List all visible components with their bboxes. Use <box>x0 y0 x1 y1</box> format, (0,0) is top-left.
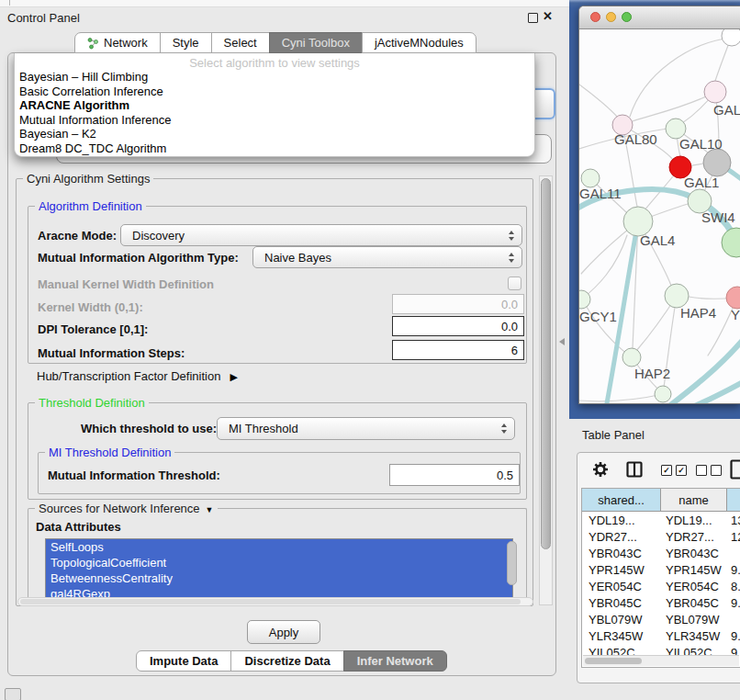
table-row[interactable]: YBR045CYBR045C9. <box>582 594 740 611</box>
cyni-algorithm-settings-group: Cyni Algorithm Settings Algorithm Defini… <box>16 178 533 606</box>
close-traffic-light[interactable] <box>590 12 600 22</box>
table-row[interactable]: YBL079WYBL079W <box>582 611 740 627</box>
mi-steps-input[interactable] <box>392 340 524 360</box>
data-attribute-selfloops[interactable]: SelfLoops <box>46 539 512 555</box>
node-label-gal4: GAL4 <box>640 232 675 248</box>
network-node-gray-node[interactable] <box>703 149 731 176</box>
algorithm-option-dream8-dc-tdc-algorithm[interactable]: Dream8 DC_TDC Algorithm <box>15 141 534 156</box>
tab-network[interactable]: Network <box>74 32 161 53</box>
settings-horizontal-scrollbar[interactable] <box>17 597 533 606</box>
control-panel-body: gal-filtered.sif default node Select alg… <box>7 52 556 676</box>
network-node-node-b[interactable] <box>655 386 671 402</box>
node-label-gal: GAL <box>713 102 740 118</box>
network-node-y[interactable] <box>726 287 740 309</box>
algorithm-option-mutual-information-inference[interactable]: Mutual Information Inference <box>15 113 534 128</box>
network-node-hap2[interactable] <box>622 348 641 367</box>
table-horizontal-scrollbar[interactable] <box>583 655 739 666</box>
column-layout-icon[interactable] <box>626 461 643 478</box>
node-label-gal80: GAL80 <box>614 131 657 147</box>
network-node-gal11[interactable] <box>581 169 600 187</box>
network-edge <box>579 85 618 118</box>
cell: YLR345W <box>661 629 727 643</box>
table-row[interactable]: YDL19...YDL19...13 <box>582 512 740 528</box>
tab-infer-network[interactable]: Infer Network <box>343 650 447 672</box>
network-icon <box>87 37 99 50</box>
table-row[interactable]: YLR345WYLR345W9. <box>582 627 740 644</box>
list-scrollbar-thumb[interactable] <box>507 541 517 585</box>
table-row[interactable]: YDR27...YDR27...12 <box>582 528 740 545</box>
tab-style[interactable]: Style <box>160 32 212 53</box>
stepper-icon <box>501 423 507 434</box>
window-titlebar[interactable] <box>579 6 740 29</box>
cell: 8. <box>727 580 740 593</box>
hide-columns-icon[interactable] <box>696 465 722 476</box>
tab-select[interactable]: Select <box>211 32 270 53</box>
data-attributes-list[interactable]: SelfLoopsTopologicalCoefficientBetweenne… <box>45 538 513 603</box>
aracne-mode-label: Aracne Mode: <box>38 229 117 243</box>
table-function-icon[interactable] <box>730 459 740 480</box>
cell: YDR27... <box>582 530 661 544</box>
aracne-mode-combo[interactable]: Discovery <box>120 224 522 246</box>
dpi-tolerance-input[interactable] <box>392 316 524 336</box>
table-header-row: shared...name <box>582 489 740 512</box>
cell: YDL19... <box>582 514 661 527</box>
table-row[interactable]: YBR043CYBR043C <box>582 545 740 561</box>
cell: 13 <box>727 514 740 527</box>
algorithm-option-list: Bayesian – Hill ClimbingBasic Correlatio… <box>15 70 534 155</box>
close-icon[interactable]: ✕ <box>543 9 553 23</box>
manual-kernel-checkbox[interactable] <box>508 277 521 290</box>
panel-splitter-handle[interactable] <box>555 338 565 345</box>
mi-algorithm-type-combo[interactable]: Naive Bayes <box>252 246 522 268</box>
algorithm-option-aracne-algorithm[interactable]: ARACNE Algorithm <box>15 98 534 113</box>
network-edge <box>579 394 663 401</box>
column-header-attr[interactable] <box>727 489 740 511</box>
column-header-name[interactable]: name <box>661 489 727 511</box>
node-label-gcy1: GCY1 <box>579 309 617 324</box>
settings-vertical-scrollbar[interactable] <box>539 175 553 605</box>
cell: YPR145W <box>582 563 661 577</box>
network-edge <box>581 235 627 299</box>
scrollbar-thumb[interactable] <box>20 599 521 604</box>
tab-discretize-data[interactable]: Discretize Data <box>230 650 343 672</box>
float-window-icon[interactable] <box>528 13 538 23</box>
dpi-tolerance-label: DPI Tolerance [0,1]: <box>38 322 148 336</box>
algorithm-option-bayesian-k2[interactable]: Bayesian – K2 <box>15 127 534 141</box>
window-grip[interactable] <box>5 688 21 700</box>
table-row[interactable]: YPR145WYPR145W9. <box>582 561 740 578</box>
node-table: shared...name YDL19...YDL19...13YDR27...… <box>581 488 740 668</box>
tab-jactivemnodules[interactable]: jActiveMNodules <box>362 32 477 53</box>
cell: YDR27... <box>661 530 727 544</box>
network-canvas[interactable]: GALGAL80GAL10GAL1GAL11SWI4GAL4GCY1HAP4YH… <box>579 29 740 403</box>
minimize-traffic-light[interactable] <box>606 12 616 22</box>
table-row[interactable]: YER054CYER054C8. <box>582 578 740 594</box>
data-attribute-betweennesscentrality[interactable]: BetweennessCentrality <box>46 570 512 586</box>
gear-icon[interactable] <box>592 461 609 478</box>
hub-transcription-factor-section[interactable]: Hub/Transcription Factor Definition▶ <box>37 369 238 383</box>
tab-cyni-toolbox[interactable]: Cyni Toolbox <box>269 32 363 53</box>
algorithm-option-bayesian-hill-climbing[interactable]: Bayesian – Hill Climbing <box>15 70 534 85</box>
mi-threshold-input[interactable] <box>389 464 520 486</box>
network-node-node-a[interactable] <box>722 29 740 46</box>
tab-label: jActiveMNodules <box>375 36 464 50</box>
column-header-shared[interactable]: shared... <box>582 489 661 511</box>
data-attribute-topologicalcoefficient[interactable]: TopologicalCoefficient <box>46 555 512 570</box>
expand-arrow-icon[interactable]: ▶ <box>230 371 237 383</box>
cell: YPR145W <box>661 563 727 577</box>
show-columns-icon[interactable]: ✓ ✓ <box>661 465 687 476</box>
algorithm-option-basic-correlation-inference[interactable]: Basic Correlation Inference <box>15 85 534 99</box>
network-view-window: GALGAL80GAL10GAL1GAL11SWI4GAL4GCY1HAP4YH… <box>578 6 740 404</box>
which-threshold-combo[interactable]: MI Threshold <box>217 417 515 440</box>
scrollbar-thumb[interactable] <box>541 178 551 549</box>
network-node-big-green[interactable] <box>722 228 740 257</box>
scrollbar-thumb[interactable] <box>585 658 642 664</box>
tab-impute-data[interactable]: Impute Data <box>136 650 231 672</box>
manual-kernel-label: Manual Kernel Width Definition <box>38 277 214 291</box>
network-node-gal[interactable] <box>704 81 726 103</box>
node-label-hap4: HAP4 <box>680 305 716 321</box>
apply-button[interactable]: Apply <box>247 620 320 644</box>
zoom-traffic-light[interactable] <box>622 12 632 22</box>
collapse-arrow-icon[interactable]: ▼ <box>206 505 214 514</box>
control-panel-title: Control Panel <box>7 11 80 25</box>
unchecked-box-icon <box>696 465 707 476</box>
cell: YLR345W <box>582 629 661 643</box>
